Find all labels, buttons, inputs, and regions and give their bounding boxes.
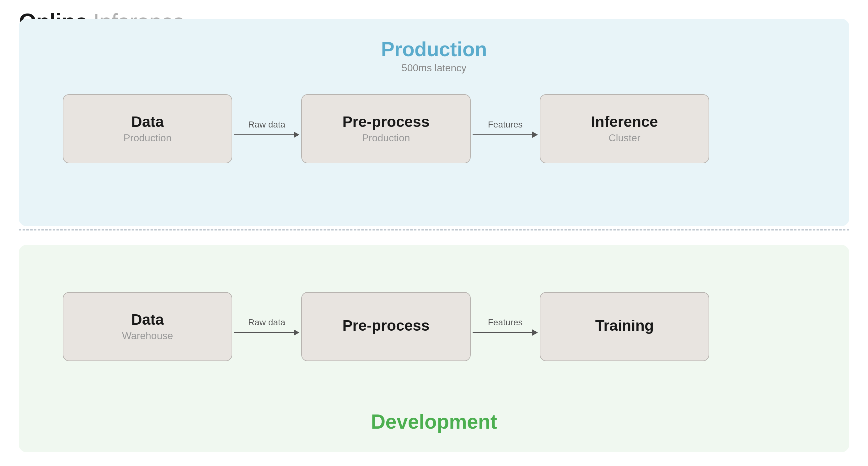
data-production-node: Data Production (63, 94, 232, 163)
arrow-shaft-2 (473, 135, 532, 135)
arrow-head (294, 132, 299, 138)
data-production-title: Data (131, 114, 164, 130)
section-divider (19, 229, 849, 231)
arrow-raw-data-dev-line (234, 329, 299, 336)
arrow-features-dev-label: Features (488, 318, 523, 327)
preprocess-dev-node: Pre-process (301, 292, 471, 361)
arrow-raw-data-dev-label: Raw data (248, 318, 285, 327)
arrow-features-prod: Features (471, 120, 540, 138)
arrow-shaft-4 (473, 332, 532, 333)
arrow-raw-data-prod-label: Raw data (248, 120, 285, 130)
development-label-main: Development (19, 410, 849, 433)
production-flow: Data Production Raw data Pre-process Pro… (63, 94, 709, 163)
arrow-shaft-3 (234, 332, 294, 333)
production-zone: Production 500ms latency Data Production… (19, 19, 849, 226)
training-title: Training (595, 318, 654, 334)
arrow-features-dev-line (473, 329, 538, 336)
data-warehouse-title: Data (131, 312, 164, 328)
arrow-head-3 (294, 329, 299, 336)
inference-cluster-node: Inference Cluster (540, 94, 709, 163)
inference-cluster-title: Inference (591, 114, 658, 130)
data-production-subtitle: Production (124, 132, 172, 144)
arrow-features-prod-line (473, 132, 538, 138)
preprocess-dev-title: Pre-process (342, 318, 429, 334)
production-label-main: Production (19, 38, 849, 61)
development-zone: Data Warehouse Raw data Pre-process Feat… (19, 245, 849, 452)
training-node: Training (540, 292, 709, 361)
inference-cluster-subtitle: Cluster (609, 132, 640, 144)
arrow-raw-data-prod: Raw data (232, 120, 301, 138)
arrow-head-4 (532, 329, 538, 336)
data-warehouse-subtitle: Warehouse (122, 330, 173, 342)
data-warehouse-node: Data Warehouse (63, 292, 232, 361)
arrow-features-dev: Features (471, 318, 540, 336)
preprocess-production-subtitle: Production (362, 132, 410, 144)
preprocess-production-title: Pre-process (342, 114, 429, 130)
development-flow: Data Warehouse Raw data Pre-process Feat… (63, 292, 709, 361)
preprocess-production-node: Pre-process Production (301, 94, 471, 163)
production-zone-label: Production 500ms latency (19, 38, 849, 74)
arrow-head-2 (532, 132, 538, 138)
production-label-sub: 500ms latency (19, 62, 849, 74)
development-zone-label: Development (19, 410, 849, 433)
arrow-raw-data-dev: Raw data (232, 318, 301, 336)
arrow-shaft (234, 135, 294, 135)
arrow-raw-data-prod-line (234, 132, 299, 138)
arrow-features-prod-label: Features (488, 120, 523, 130)
